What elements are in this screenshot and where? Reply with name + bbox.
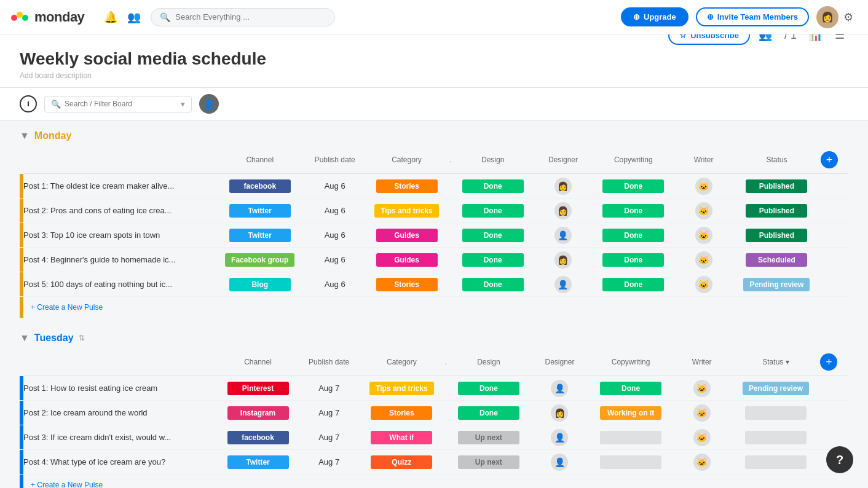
row-writer: 🐱 [668,199,738,223]
tuesday-group-title[interactable]: Tuesday [34,333,74,344]
copy-chip: Done [602,179,664,193]
tue-col-publish-date: Publish date [293,348,365,376]
search-input[interactable] [175,12,326,22]
help-button[interactable]: ? [826,446,853,473]
monday-group-header: ▼ Monday [20,130,848,141]
copy-chip: Done [602,204,664,218]
row-dot [439,376,453,401]
row-designer: 👩 [528,174,598,199]
row-copywriting: Done [595,376,666,401]
row-title: Post 2: Ice cream around the world [23,401,223,425]
row-copywriting: Done [598,248,668,272]
row-writer: 🐱 [668,272,738,297]
row-title: Post 1: The oldest ice cream maker alive… [23,174,220,199]
row-title: Post 3: Top 10 ice cream spots in town [23,223,220,248]
row-dot [443,174,457,199]
status-chip-empty [745,406,807,420]
row-writer: 🐱 [668,248,738,272]
tue-add-col-header[interactable]: + [814,348,848,376]
invite-button[interactable]: ⊕ Invite Team Members [696,7,809,26]
row-status: Scheduled [739,248,815,272]
toolbar: i 🔍 ▾ 👤 [0,88,868,120]
channel-chip: Twitter [229,229,291,242]
table-row[interactable]: Post 2: Ice cream around the world Insta… [20,401,848,425]
table-row[interactable]: Post 1: The oldest ice cream maker alive… [20,174,848,199]
table-row[interactable]: Post 3: Top 10 ice cream spots in town T… [20,223,848,248]
row-status: Published [739,174,815,199]
people-button[interactable]: 👥 [122,6,146,29]
add-col-header[interactable]: + [815,146,848,174]
settings-icon[interactable]: ⚙ [838,6,858,29]
row-channel: Pinterest [223,376,294,401]
row-date: Aug 6 [300,199,370,223]
sort-icon[interactable]: ⇅ [79,334,85,342]
table-row[interactable]: Post 4: What type of ice cream are you? … [20,450,848,474]
row-status: Published [739,199,815,223]
row-date: Aug 7 [293,450,365,474]
row-writer: 🐱 [666,376,738,401]
writer-avatar: 🐱 [695,202,712,219]
tuesday-collapse-icon[interactable]: ▼ [20,333,30,344]
filter-dropdown-icon[interactable]: ▾ [181,100,185,109]
table-row[interactable]: Post 5: 100 days of eating nothing but i… [20,272,848,297]
category-chip: What if [371,431,432,444]
status-chip: Pending review [743,382,809,395]
monday-group: ▼ Monday Channel Publish date Category .… [20,130,848,318]
tuesday-create-pulse[interactable]: + Create a New Pulse [23,474,848,489]
table-row[interactable]: Post 4: Beginner's guide to homemade ic.… [20,248,848,272]
main-content: ▼ Monday Channel Publish date Category .… [0,120,868,488]
board-description[interactable]: Add board description [20,71,266,80]
notifications-button[interactable]: 🔔 [99,6,122,29]
writer-avatar: 🐱 [693,454,711,471]
add-column-monday[interactable]: + [821,151,838,168]
writer-avatar: 🐱 [695,276,712,293]
row-date: Aug 6 [300,223,370,248]
filter-input[interactable] [65,100,181,108]
info-button[interactable]: i [20,95,37,112]
row-category: Tips and tricks [365,376,439,401]
row-copywriting [595,450,666,474]
row-category: Guides [370,223,443,248]
row-date: Aug 7 [293,425,365,450]
top-nav: monday 🔔 👥 🔍 ⊕ Upgrade ⊕ Invite Team Mem… [0,0,868,34]
row-date: Aug 6 [300,174,370,199]
row-copywriting: Working on it [595,401,666,425]
table-row[interactable]: Post 3: If ice cream didn't exist, would… [20,425,848,450]
row-channel: facebook [220,174,300,199]
monday-collapse-icon[interactable]: ▼ [20,130,30,141]
upgrade-button[interactable]: ⊕ Upgrade [621,7,688,26]
logo-text: monday [34,9,84,25]
designer-avatar: 👤 [551,429,568,446]
writer-avatar: 🐱 [693,404,711,422]
logo-icon [10,5,30,29]
svg-point-2 [22,15,28,21]
category-chip: Stories [376,179,438,193]
person-filter-button[interactable]: 👤 [199,94,219,114]
row-design: Up next [453,425,524,450]
row-dot [439,450,453,474]
row-writer: 🐱 [666,401,738,425]
logo: monday [10,5,84,29]
table-row[interactable]: Post 2: Pros and cons of eating ice crea… [20,199,848,223]
row-dot [439,425,453,450]
row-add [814,401,848,425]
board-title: Weekly social media schedule [20,49,266,69]
status-dropdown-icon[interactable]: ▾ [786,358,789,366]
channel-chip: Facebook group [225,253,294,267]
col-dot: . [443,146,457,174]
designer-avatar: 👩 [554,202,572,219]
table-row[interactable]: Post 1: How to resist eating ice cream P… [20,376,848,401]
row-design: Done [458,223,528,248]
design-chip: Done [462,278,524,291]
status-chip: Published [746,179,807,193]
row-title: Post 2: Pros and cons of eating ice crea… [23,199,220,223]
row-writer: 🐱 [666,450,738,474]
tue-col-category: Category [365,348,439,376]
row-category: Stories [370,174,443,199]
avatar[interactable]: 👩 [816,6,838,28]
monday-create-pulse[interactable]: + Create a New Pulse [23,297,848,318]
add-column-tuesday[interactable]: + [820,353,837,371]
monday-group-title[interactable]: Monday [34,130,71,141]
tue-col-status: Status ▾ [738,348,815,376]
row-category: What if [365,425,439,450]
